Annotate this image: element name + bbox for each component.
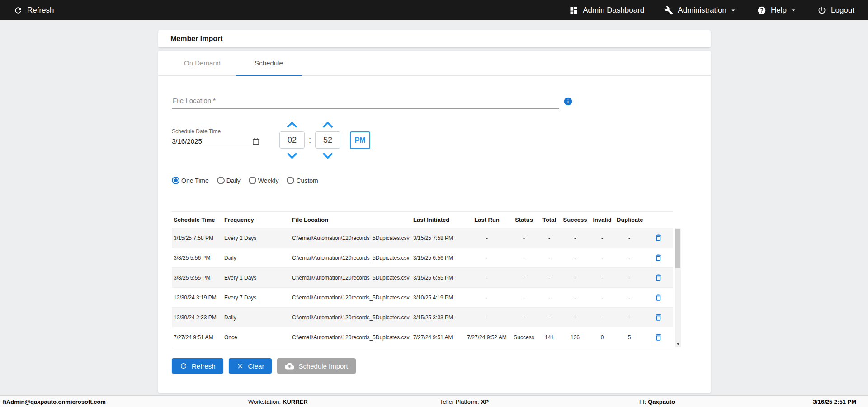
- radio-button-icon: [172, 177, 179, 184]
- chevron-down-icon: [286, 152, 298, 159]
- refresh-icon: [14, 6, 23, 15]
- logout-label: Logout: [831, 6, 854, 15]
- info-icon[interactable]: [563, 97, 573, 106]
- delete-row-button[interactable]: [652, 272, 665, 283]
- cell-status: Success: [510, 327, 538, 347]
- delete-row-button[interactable]: [652, 253, 665, 263]
- frequency-radio-option[interactable]: Custom: [287, 177, 318, 184]
- cell-last-run: -: [464, 288, 510, 308]
- schedule-import-button[interactable]: Schedule Import: [277, 358, 355, 374]
- cell-duplicate: -: [615, 228, 644, 248]
- cell-total: -: [538, 268, 561, 288]
- power-icon: [817, 6, 826, 15]
- minute-input[interactable]: 52: [315, 131, 340, 149]
- cell-invalid: -: [590, 308, 615, 327]
- delete-row-button[interactable]: [652, 233, 665, 243]
- refresh-nav[interactable]: Refresh: [14, 6, 54, 15]
- clear-button[interactable]: Clear: [229, 358, 272, 374]
- cell-frequency: Every 7 Days: [222, 288, 290, 308]
- cell-frequency: Every 2 Days: [222, 228, 290, 248]
- fi-value: Qaxpauto: [648, 398, 675, 405]
- scrollbar-thumb[interactable]: [675, 229, 680, 268]
- workstation-label: Workstation:: [248, 398, 281, 405]
- member-import-card: Member Import On Demand Schedule File Lo…: [158, 30, 711, 393]
- help-nav[interactable]: Help: [757, 6, 797, 15]
- cell-success: -: [561, 248, 590, 268]
- table-row: 7/27/24 9:51 AM Once C:\email\Automation…: [172, 327, 673, 347]
- tab-on-demand[interactable]: On Demand: [169, 51, 236, 75]
- cell-invalid: 0: [590, 327, 615, 347]
- minute-spinner: 52: [315, 121, 340, 159]
- chevron-up-icon: [286, 121, 298, 128]
- col-schedule-time: Schedule Time: [172, 212, 222, 228]
- cell-actions: [644, 268, 673, 288]
- schedule-form: File Location * Schedule Date Time 3/16/…: [158, 94, 711, 374]
- delete-row-button[interactable]: [652, 312, 665, 323]
- file-location-input[interactable]: File Location *: [172, 94, 559, 109]
- cell-file-location: C:\email\Automation\120records_5Dupicate…: [290, 327, 411, 347]
- logout-nav[interactable]: Logout: [817, 6, 854, 15]
- administration-nav[interactable]: Administration: [664, 6, 737, 15]
- col-file-location: File Location: [290, 212, 411, 228]
- table-scrollbar[interactable]: [675, 228, 681, 347]
- cell-frequency: Daily: [222, 248, 290, 268]
- table-row: 3/8/25 5:56 PM Daily C:\email\Automation…: [172, 248, 673, 268]
- table-row: 3/15/25 7:58 PM Every 2 Days C:\email\Au…: [172, 228, 673, 248]
- teller-platform-info: Teller Platform:XP: [440, 398, 489, 405]
- minute-increment-button[interactable]: [322, 121, 334, 128]
- time-colon: :: [305, 131, 315, 149]
- help-label: Help: [771, 6, 787, 15]
- radio-button-icon: [287, 177, 294, 184]
- status-bar: fiAdmin@qaxpauto.onmicrosoft.com Worksta…: [0, 395, 868, 407]
- fi-label: FI:: [639, 398, 646, 405]
- trash-icon: [654, 273, 663, 282]
- help-icon: [757, 6, 766, 15]
- frequency-radio-option[interactable]: One Time: [172, 177, 209, 184]
- schedule-date-label: Schedule Date Time: [172, 128, 260, 135]
- hour-input[interactable]: 02: [279, 131, 305, 149]
- hour-decrement-button[interactable]: [286, 152, 298, 159]
- schedule-import-button-label: Schedule Import: [298, 362, 348, 370]
- cell-schedule-time: 7/27/24 9:51 AM: [172, 327, 222, 347]
- cell-duplicate: -: [615, 288, 644, 308]
- cell-last-run: -: [464, 248, 510, 268]
- tab-schedule[interactable]: Schedule: [236, 51, 302, 75]
- cell-schedule-time: 12/30/24 3:19 PM: [172, 288, 222, 308]
- current-datetime: 3/16/25 2:51 PM: [813, 398, 856, 405]
- col-invalid: Invalid: [590, 212, 615, 228]
- logged-in-user: fiAdmin@qaxpauto.onmicrosoft.com: [3, 398, 106, 405]
- col-status: Status: [510, 212, 538, 228]
- clear-button-label: Clear: [248, 362, 264, 370]
- refresh-button[interactable]: Refresh: [172, 358, 223, 374]
- tab-bar: On Demand Schedule: [158, 51, 711, 76]
- refresh-icon: [179, 362, 188, 370]
- cell-invalid: -: [590, 268, 615, 288]
- main-content: Member Import On Demand Schedule File Lo…: [0, 20, 868, 395]
- admin-dashboard-nav[interactable]: Admin Dashboard: [569, 6, 644, 15]
- frequency-radio-option[interactable]: Daily: [217, 177, 241, 184]
- administration-label: Administration: [678, 6, 726, 15]
- time-spinner: 02 : 52: [279, 121, 370, 159]
- frequency-radio-option[interactable]: Weekly: [249, 177, 279, 184]
- cell-total: -: [538, 248, 561, 268]
- minute-decrement-button[interactable]: [322, 152, 334, 159]
- cell-duplicate: -: [615, 308, 644, 327]
- hour-increment-button[interactable]: [286, 121, 298, 128]
- cell-total: -: [538, 288, 561, 308]
- scrollbar-down-arrow[interactable]: [675, 341, 681, 347]
- meridiem-toggle[interactable]: PM: [350, 131, 370, 149]
- table-row: 3/8/25 5:55 PM Every 1 Days C:\email\Aut…: [172, 268, 673, 288]
- cell-last-initiated: 3/15/25 6:56 PM: [411, 248, 464, 268]
- cell-schedule-time: 3/8/25 5:56 PM: [172, 248, 222, 268]
- topbar-nav: Admin Dashboard Administration Help Logo…: [569, 6, 854, 15]
- schedule-date-field[interactable]: Schedule Date Time 3/16/2025: [172, 128, 260, 148]
- admin-dashboard-label: Admin Dashboard: [583, 6, 644, 15]
- cell-frequency: Once: [222, 327, 290, 347]
- cell-file-location: C:\email\Automation\120records_5Dupicate…: [290, 228, 411, 248]
- calendar-icon[interactable]: [252, 138, 259, 145]
- delete-row-button[interactable]: [652, 292, 665, 303]
- cell-file-location: C:\email\Automation\120records_5Dupicate…: [290, 288, 411, 308]
- delete-row-button[interactable]: [652, 332, 665, 342]
- cell-file-location: C:\email\Automation\120records_5Dupicate…: [290, 248, 411, 268]
- schedule-table: Schedule Time Frequency File Location La…: [172, 211, 673, 347]
